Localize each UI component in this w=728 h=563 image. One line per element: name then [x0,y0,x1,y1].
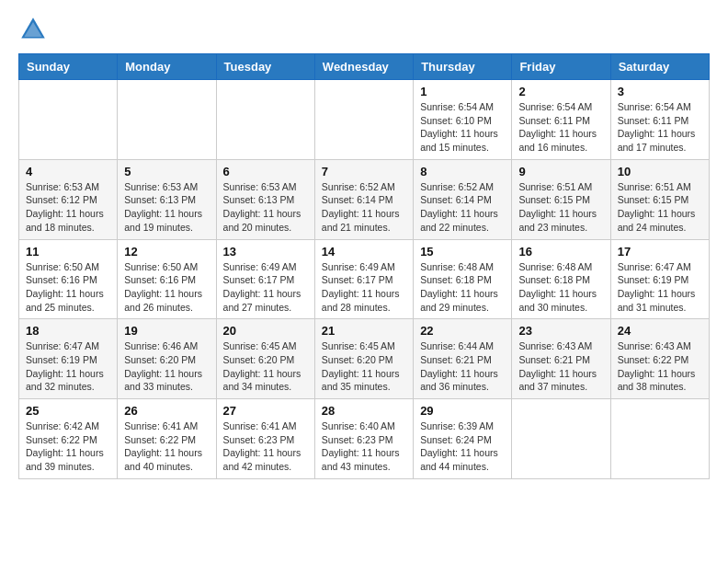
calendar-cell: 26Sunrise: 6:41 AM Sunset: 6:22 PM Dayli… [118,399,216,479]
calendar-week-row: 25Sunrise: 6:42 AM Sunset: 6:22 PM Dayli… [19,399,710,479]
day-number: 17 [618,245,702,259]
day-info: Sunrise: 6:52 AM Sunset: 6:14 PM Dayligh… [322,180,406,235]
day-info: Sunrise: 6:53 AM Sunset: 6:13 PM Dayligh… [124,180,209,235]
day-number: 24 [618,324,702,338]
day-number: 13 [223,245,308,259]
day-info: Sunrise: 6:45 AM Sunset: 6:20 PM Dayligh… [322,339,406,394]
day-info: Sunrise: 6:47 AM Sunset: 6:19 PM Dayligh… [26,339,110,394]
calendar-week-row: 18Sunrise: 6:47 AM Sunset: 6:19 PM Dayli… [19,319,710,399]
day-info: Sunrise: 6:48 AM Sunset: 6:18 PM Dayligh… [518,260,603,315]
day-info: Sunrise: 6:42 AM Sunset: 6:22 PM Dayligh… [26,419,110,474]
calendar-cell [19,80,118,160]
calendar-cell: 22Sunrise: 6:44 AM Sunset: 6:21 PM Dayli… [414,319,512,399]
calendar-cell: 18Sunrise: 6:47 AM Sunset: 6:19 PM Dayli… [19,319,118,399]
calendar-cell [610,399,709,479]
day-info: Sunrise: 6:49 AM Sunset: 6:17 PM Dayligh… [223,260,308,315]
weekday-header-tuesday: Tuesday [216,54,314,80]
calendar-week-row: 11Sunrise: 6:50 AM Sunset: 6:16 PM Dayli… [19,239,710,319]
calendar-body: 1Sunrise: 6:54 AM Sunset: 6:10 PM Daylig… [19,80,710,479]
day-number: 1 [420,85,505,98]
day-info: Sunrise: 6:54 AM Sunset: 6:11 PM Dayligh… [518,100,603,155]
day-number: 10 [618,165,702,178]
day-number: 11 [26,245,110,259]
day-number: 25 [26,404,110,418]
day-info: Sunrise: 6:47 AM Sunset: 6:19 PM Dayligh… [618,260,702,315]
day-number: 23 [518,324,603,338]
weekday-header-sunday: Sunday [19,54,118,80]
calendar-cell: 3Sunrise: 6:54 AM Sunset: 6:11 PM Daylig… [610,80,709,160]
calendar-cell: 16Sunrise: 6:48 AM Sunset: 6:18 PM Dayli… [512,239,610,319]
calendar-cell: 25Sunrise: 6:42 AM Sunset: 6:22 PM Dayli… [19,399,118,479]
calendar-cell: 19Sunrise: 6:46 AM Sunset: 6:20 PM Dayli… [118,319,216,399]
day-info: Sunrise: 6:45 AM Sunset: 6:20 PM Dayligh… [223,339,308,394]
day-info: Sunrise: 6:48 AM Sunset: 6:18 PM Dayligh… [420,260,505,315]
day-number: 8 [420,165,505,178]
day-info: Sunrise: 6:46 AM Sunset: 6:20 PM Dayligh… [124,339,209,394]
day-info: Sunrise: 6:41 AM Sunset: 6:22 PM Dayligh… [124,419,209,474]
calendar-cell: 17Sunrise: 6:47 AM Sunset: 6:19 PM Dayli… [610,239,709,319]
day-number: 22 [420,324,505,338]
calendar-cell: 15Sunrise: 6:48 AM Sunset: 6:18 PM Dayli… [414,239,512,319]
calendar-week-row: 1Sunrise: 6:54 AM Sunset: 6:10 PM Daylig… [19,80,710,160]
day-info: Sunrise: 6:41 AM Sunset: 6:23 PM Dayligh… [223,419,308,474]
calendar-cell: 14Sunrise: 6:49 AM Sunset: 6:17 PM Dayli… [314,239,413,319]
calendar-cell: 27Sunrise: 6:41 AM Sunset: 6:23 PM Dayli… [216,399,314,479]
day-number: 14 [322,245,406,259]
day-number: 2 [518,85,603,98]
day-number: 21 [322,324,406,338]
day-info: Sunrise: 6:43 AM Sunset: 6:21 PM Dayligh… [518,339,603,394]
day-info: Sunrise: 6:51 AM Sunset: 6:15 PM Dayligh… [618,180,702,235]
day-number: 4 [26,165,110,178]
day-number: 6 [223,165,308,178]
day-info: Sunrise: 6:51 AM Sunset: 6:15 PM Dayligh… [518,180,603,235]
day-info: Sunrise: 6:53 AM Sunset: 6:13 PM Dayligh… [223,180,308,235]
page-header [18,15,710,44]
day-number: 20 [223,324,308,338]
day-info: Sunrise: 6:50 AM Sunset: 6:16 PM Dayligh… [26,260,110,315]
calendar-cell: 7Sunrise: 6:52 AM Sunset: 6:14 PM Daylig… [314,159,413,239]
day-number: 15 [420,245,505,259]
calendar-cell [314,80,413,160]
calendar-cell: 20Sunrise: 6:45 AM Sunset: 6:20 PM Dayli… [216,319,314,399]
day-info: Sunrise: 6:43 AM Sunset: 6:22 PM Dayligh… [618,339,702,394]
weekday-header-wednesday: Wednesday [314,54,413,80]
day-number: 28 [322,404,406,418]
day-info: Sunrise: 6:53 AM Sunset: 6:12 PM Dayligh… [26,180,110,235]
calendar-cell: 10Sunrise: 6:51 AM Sunset: 6:15 PM Dayli… [610,159,709,239]
calendar-cell: 21Sunrise: 6:45 AM Sunset: 6:20 PM Dayli… [314,319,413,399]
calendar-cell: 24Sunrise: 6:43 AM Sunset: 6:22 PM Dayli… [610,319,709,399]
logo [18,15,51,44]
calendar-cell: 9Sunrise: 6:51 AM Sunset: 6:15 PM Daylig… [512,159,610,239]
calendar-cell: 1Sunrise: 6:54 AM Sunset: 6:10 PM Daylig… [414,80,512,160]
day-info: Sunrise: 6:50 AM Sunset: 6:16 PM Dayligh… [124,260,209,315]
calendar-cell [118,80,216,160]
day-info: Sunrise: 6:54 AM Sunset: 6:10 PM Dayligh… [420,100,505,155]
calendar-header-row: SundayMondayTuesdayWednesdayThursdayFrid… [19,54,710,80]
calendar-cell [216,80,314,160]
day-number: 3 [618,85,702,98]
calendar-cell: 8Sunrise: 6:52 AM Sunset: 6:14 PM Daylig… [414,159,512,239]
weekday-header-friday: Friday [512,54,610,80]
day-number: 7 [322,165,406,178]
day-number: 5 [124,165,209,178]
logo-icon [18,15,48,44]
day-number: 29 [420,404,505,418]
day-info: Sunrise: 6:44 AM Sunset: 6:21 PM Dayligh… [420,339,505,394]
calendar-cell: 5Sunrise: 6:53 AM Sunset: 6:13 PM Daylig… [118,159,216,239]
calendar-cell: 11Sunrise: 6:50 AM Sunset: 6:16 PM Dayli… [19,239,118,319]
calendar-cell: 23Sunrise: 6:43 AM Sunset: 6:21 PM Dayli… [512,319,610,399]
calendar-cell: 2Sunrise: 6:54 AM Sunset: 6:11 PM Daylig… [512,80,610,160]
day-number: 9 [518,165,603,178]
calendar-week-row: 4Sunrise: 6:53 AM Sunset: 6:12 PM Daylig… [19,159,710,239]
calendar-cell: 6Sunrise: 6:53 AM Sunset: 6:13 PM Daylig… [216,159,314,239]
calendar-cell: 4Sunrise: 6:53 AM Sunset: 6:12 PM Daylig… [19,159,118,239]
calendar-cell: 12Sunrise: 6:50 AM Sunset: 6:16 PM Dayli… [118,239,216,319]
calendar-table: SundayMondayTuesdayWednesdayThursdayFrid… [18,53,710,479]
weekday-header-saturday: Saturday [610,54,709,80]
day-info: Sunrise: 6:39 AM Sunset: 6:24 PM Dayligh… [420,419,505,474]
weekday-header-thursday: Thursday [414,54,512,80]
calendar-cell [512,399,610,479]
day-number: 19 [124,324,209,338]
day-number: 12 [124,245,209,259]
calendar-cell: 28Sunrise: 6:40 AM Sunset: 6:23 PM Dayli… [314,399,413,479]
